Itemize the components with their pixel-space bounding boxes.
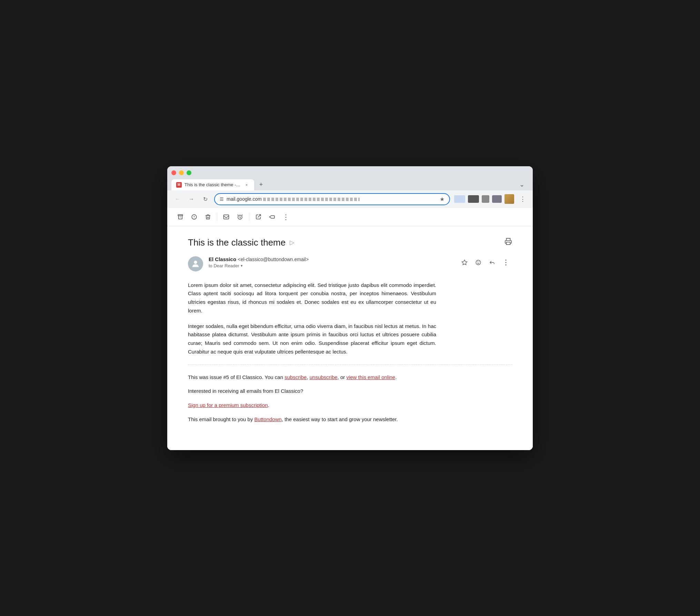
unsubscribe-link[interactable]: unsubscribe (310, 374, 338, 380)
star-button[interactable] (458, 256, 471, 269)
svg-rect-4 (507, 242, 510, 245)
active-tab[interactable]: M This is the classic theme - st... × (171, 179, 254, 190)
tab-favicon: M (176, 182, 182, 188)
tab-title: This is the classic theme - st... (184, 182, 241, 187)
email-subject-text: This is the classic theme (188, 237, 286, 248)
label-button[interactable] (266, 211, 278, 223)
body-paragraph-2: Integer sodales, nulla eget bibendum eff… (188, 322, 436, 356)
sender-email: <el-classico@buttondown.email> (238, 257, 309, 262)
email-subject-row: This is the classic theme ▷ (188, 237, 512, 248)
footer-buttondown-paragraph: This email brought to you by Buttondown,… (188, 415, 436, 424)
browser-window: M This is the classic theme - st... × + … (167, 166, 533, 450)
footer-interest: Interested in receiving all emails from … (188, 387, 436, 396)
email-divider (188, 365, 512, 365)
toolbar-separator-2 (249, 213, 249, 221)
address-text: mail.google.com (227, 196, 437, 202)
extensions-area (454, 194, 514, 204)
maximize-button[interactable] (187, 170, 191, 175)
to-label: to Dear Reader (209, 263, 239, 268)
new-tab-button[interactable]: + (256, 179, 267, 190)
emoji-button[interactable] (472, 256, 484, 269)
chrome-titlebar: M This is the classic theme - st... × + … (167, 166, 533, 190)
refresh-button[interactable]: ↻ (200, 194, 210, 204)
minimize-button[interactable] (179, 170, 184, 175)
footer-paragraph-1: This was issue #5 of El Classico. You ca… (188, 373, 436, 382)
sender-info: El Classico <el-classico@buttondown.emai… (188, 256, 309, 271)
avatar (188, 256, 203, 271)
more-actions-button[interactable]: ⋮ (280, 211, 292, 222)
view-online-link[interactable]: view this email online (346, 374, 395, 380)
print-button[interactable] (504, 238, 512, 247)
window-controls (171, 170, 529, 175)
chrome-menu-button[interactable]: ⋮ (518, 194, 527, 204)
sender-row: El Classico <el-classico@buttondown.emai… (188, 256, 512, 271)
sender-actions (458, 256, 512, 269)
mark-unread-button[interactable] (220, 211, 232, 223)
close-button[interactable] (171, 170, 176, 175)
footer-premium-paragraph: Sign up for a premium subscription. (188, 401, 436, 410)
reply-button[interactable] (486, 256, 498, 269)
footer-text-before: This was issue #5 of El Classico. You ca… (188, 374, 284, 380)
tabs-row: M This is the classic theme - st... × + … (171, 179, 529, 190)
body-paragraph-1: Lorem ipsum dolor sit amet, consectetur … (188, 281, 436, 315)
to-dropdown-arrow[interactable]: ▾ (241, 264, 243, 268)
svg-point-12 (506, 264, 507, 265)
snooze-button[interactable] (234, 211, 246, 223)
footer-premium-end: . (268, 402, 269, 408)
sender-name: El Classico (209, 256, 236, 262)
svg-rect-2 (224, 215, 229, 219)
footer-buttondown-after: , the easiest way to start and grow your… (282, 416, 398, 422)
svg-point-5 (194, 260, 197, 264)
extension-4[interactable] (492, 195, 502, 203)
address-icon: ☰ (220, 197, 224, 202)
email-subject: This is the classic theme ▷ (188, 237, 294, 248)
report-spam-button[interactable] (188, 211, 200, 223)
more-options-button[interactable] (500, 256, 512, 269)
footer-end: . (395, 374, 397, 380)
extension-3[interactable] (482, 195, 489, 203)
chrome-toolbar: ← → ↻ ☰ mail.google.com ★ ⋮ (167, 190, 533, 208)
svg-marker-6 (462, 260, 467, 265)
footer-comma1: , (307, 374, 309, 380)
bookmark-icon[interactable]: ★ (440, 196, 444, 202)
delete-button[interactable] (202, 211, 214, 223)
toolbar-separator (217, 213, 217, 221)
footer-or: , or (338, 374, 347, 380)
footer-buttondown-before: This email brought to you by (188, 416, 254, 422)
address-bar[interactable]: ☰ mail.google.com ★ (214, 193, 450, 205)
extension-5[interactable] (504, 194, 514, 204)
buttondown-link[interactable]: Buttondown (254, 416, 282, 422)
tab-close-button[interactable]: × (244, 182, 249, 188)
subject-forward-icon: ▷ (290, 239, 294, 246)
svg-point-7 (476, 260, 481, 265)
extension-2[interactable] (468, 195, 479, 203)
tab-end-button[interactable]: ⌄ (515, 179, 529, 190)
extension-1[interactable] (454, 195, 465, 203)
address-redacted (263, 198, 360, 201)
gmail-toolbar: ⋮ (167, 208, 533, 226)
email-body: Lorem ipsum dolor sit amet, consectetur … (188, 281, 436, 356)
email-content: This is the classic theme ▷ (167, 226, 533, 450)
forward-button[interactable]: → (187, 194, 196, 204)
archive-button[interactable] (174, 211, 187, 223)
svg-point-11 (506, 262, 507, 263)
subscribe-link[interactable]: subscribe (284, 374, 307, 380)
svg-point-10 (506, 259, 507, 260)
sender-to: to Dear Reader ▾ (209, 263, 309, 268)
premium-subscription-link[interactable]: Sign up for a premium subscription (188, 402, 268, 408)
footer-text: This was issue #5 of El Classico. You ca… (188, 373, 436, 424)
move-to-button[interactable] (252, 211, 264, 223)
back-button[interactable]: ← (173, 194, 182, 204)
sender-name-row: El Classico <el-classico@buttondown.emai… (209, 256, 309, 262)
svg-rect-0 (178, 215, 183, 216)
sender-details: El Classico <el-classico@buttondown.emai… (209, 256, 309, 268)
